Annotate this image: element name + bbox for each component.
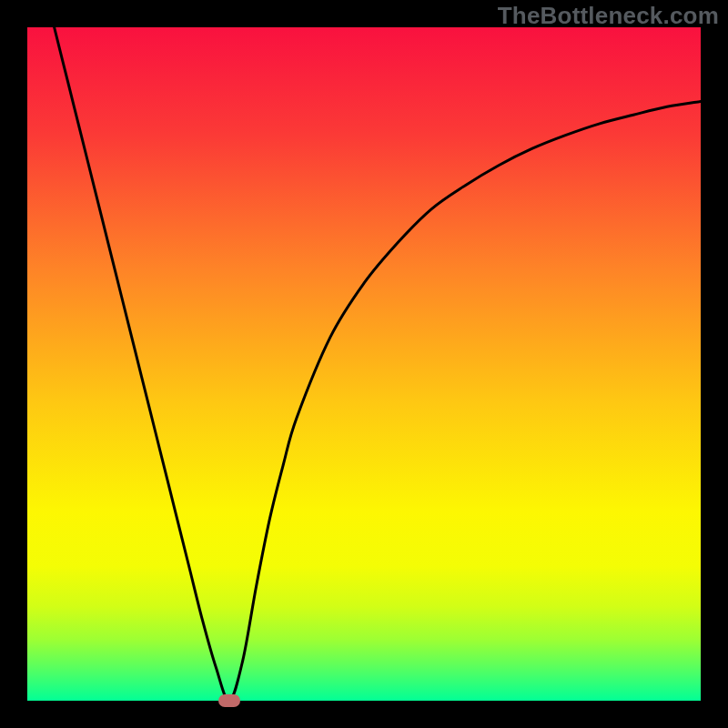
watermark-text: TheBottleneck.com: [498, 2, 719, 30]
chart-frame: TheBottleneck.com: [0, 0, 728, 728]
background-gradient: [27, 27, 701, 701]
minimum-marker: [218, 694, 240, 707]
plot-area: [27, 27, 701, 701]
svg-rect-0: [27, 27, 701, 701]
